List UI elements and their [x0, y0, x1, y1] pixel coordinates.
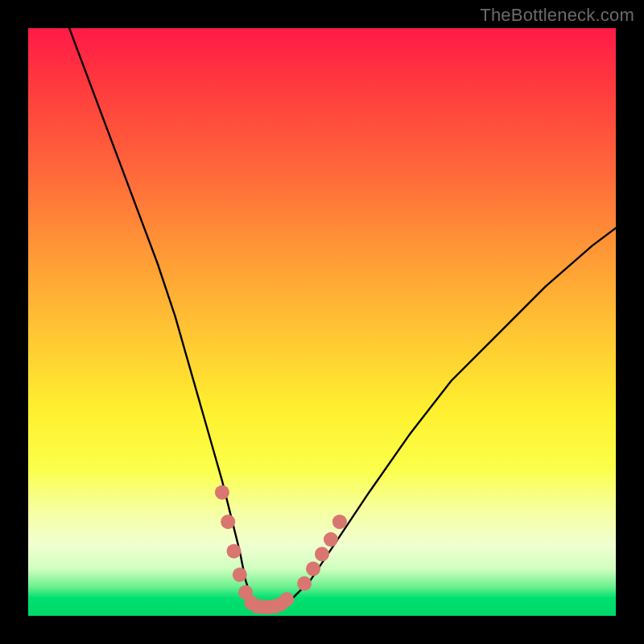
- highlight-dot: [324, 532, 338, 547]
- highlight-dot: [332, 514, 347, 529]
- highlight-dots: [215, 485, 347, 614]
- highlight-dot: [315, 547, 329, 561]
- highlight-dot: [221, 514, 235, 529]
- highlight-dot: [215, 485, 229, 500]
- watermark-label: TheBottleneck.com: [480, 5, 634, 26]
- highlight-dot: [306, 562, 320, 576]
- curve-svg: [28, 28, 616, 616]
- highlight-dot: [279, 592, 294, 607]
- highlight-dot: [233, 568, 247, 582]
- chart-frame: TheBottleneck.com: [0, 0, 644, 644]
- plot-area: [28, 28, 616, 616]
- highlight-dot: [297, 576, 312, 591]
- highlight-dot: [227, 544, 242, 559]
